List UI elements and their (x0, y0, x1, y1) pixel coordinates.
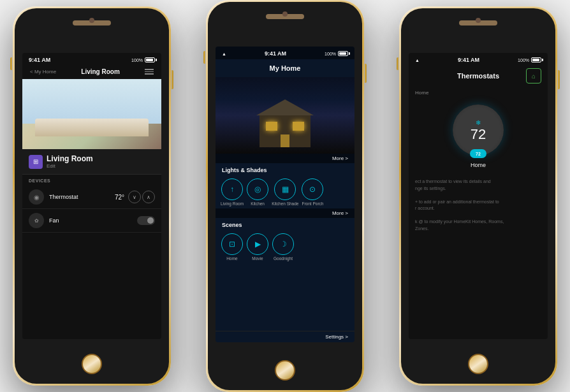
living-room-circle: ↑ (221, 178, 243, 200)
thermostat-up-btn[interactable]: ∧ (142, 191, 155, 203)
fan-icon-circle: ✿ (29, 213, 44, 228)
nav-title-left: Living Room (81, 68, 120, 75)
temp-display: 72 (471, 127, 486, 142)
phone-frame-left: 9:41 AM 100% < My Home Living Room (13, 6, 171, 386)
toggle-knob (147, 217, 154, 224)
room-icon: ⊞ (33, 158, 38, 165)
movie-scene-circle: ▶ (247, 233, 268, 255)
thermostat-icon: ◉ (29, 189, 44, 205)
thermostat-value: 72° (115, 194, 124, 201)
menu-button[interactable] (145, 69, 154, 75)
porch-label: Front Porch (302, 201, 323, 206)
status-bar-right: ▲ 9:41 AM 100% (409, 53, 548, 66)
info-line-6: Zones. (415, 226, 541, 233)
room-info-text: Living Room Edit (47, 154, 93, 169)
screen-left: 9:41 AM 100% < My Home Living Room (22, 53, 161, 339)
movie-scene-label: Movie (252, 256, 263, 261)
thermostat-down-btn[interactable]: ∨ (128, 191, 141, 203)
more-btn-2[interactable]: More > (216, 208, 354, 218)
house-body (259, 115, 311, 147)
screen-center: ▲ 9:41 AM 100% My Home (216, 47, 354, 342)
phone-frame-center: ▲ 9:41 AM 100% My Home (206, 0, 364, 392)
phone-right: ▲ 9:41 AM 100% Thermostats (399, 6, 557, 386)
room-edit-btn[interactable]: Edit (47, 163, 93, 169)
room-icon-box: ⊞ (29, 155, 43, 169)
home-nav-icon[interactable]: ⌂ (526, 68, 541, 83)
phone-inner-center: ▲ 9:41 AM 100% My Home (208, 2, 362, 390)
volume-button-right (397, 57, 398, 70)
room-image (22, 79, 161, 149)
nav-center: My Home (216, 59, 354, 77)
fan-name: Fan (49, 217, 137, 224)
shade-circle: ▦ (274, 178, 296, 200)
goodnight-scene-circle: ☽ (272, 233, 294, 255)
battery-fill-center (339, 52, 346, 55)
phone-left: 9:41 AM 100% < My Home Living Room (13, 6, 171, 386)
window-background (22, 79, 161, 124)
scenes-header: Scenes (216, 218, 354, 231)
home-scene-label: Home (226, 256, 237, 261)
thermostat-display[interactable]: ❄ 72 72 Home (415, 99, 541, 173)
thermostat-symbol: ◉ (34, 194, 40, 201)
battery-text-left: 100% (131, 58, 143, 62)
home-button-center[interactable] (275, 360, 295, 381)
thermostat-row: ◉ Thermostat 72° ∨ ∧ (22, 185, 161, 209)
window-right (293, 122, 304, 131)
porch-circle: ⊙ (302, 178, 323, 200)
battery-pct-right: 100% (518, 58, 529, 62)
battery-fill-right (532, 59, 539, 61)
phone-inner-left: 9:41 AM 100% < My Home Living Room (15, 8, 169, 384)
status-icons-right: 100% (518, 57, 541, 62)
scene-home[interactable]: ⊡ Home (221, 233, 244, 261)
wifi-icon-center: ▲ (222, 52, 226, 56)
battery-icon-left (145, 57, 155, 62)
lights-icons-row: ↑ Living Room ◎ Kitchen ▦ Kitchen Shade (216, 176, 354, 208)
house-shape (259, 115, 311, 147)
goodnight-scene-label: Goodnight (274, 256, 293, 261)
scene-icon-living[interactable]: ↑ Living Room (221, 178, 244, 206)
home-button-left[interactable] (82, 354, 102, 374)
status-icons-left: 100% (131, 57, 155, 62)
back-button[interactable]: < My Home (30, 69, 56, 75)
scene-goodnight[interactable]: ☽ Goodnight (272, 233, 295, 261)
status-bar-left: 9:41 AM 100% (22, 53, 161, 66)
menu-line-3 (145, 73, 154, 75)
screen-right: ▲ 9:41 AM 100% Thermostats (409, 53, 548, 339)
more-btn-1[interactable]: More > (216, 154, 354, 163)
room-info-bar: ⊞ Living Room Edit (22, 149, 161, 175)
sofa-shape (35, 119, 149, 136)
home-icon: ⌂ (532, 73, 536, 80)
info-line-1: ect a thermostat to view its details and (415, 178, 541, 185)
power-button-center (365, 64, 367, 83)
thermostat-circle: ❄ 72 72 (453, 105, 504, 156)
kitchen-label: Kitchen (251, 201, 265, 206)
scene: 9:41 AM 100% < My Home Living Room (0, 0, 570, 392)
status-icons-center: 100% (325, 51, 348, 56)
battery-icon-right (531, 57, 541, 62)
nav-right: Thermostats ⌂ (409, 66, 548, 87)
scene-icon-shade[interactable]: ▦ Kitchen Shade (272, 178, 298, 206)
volume-button-center (203, 51, 205, 64)
phone-frame-right: ▲ 9:41 AM 100% Thermostats (399, 6, 557, 386)
phone-inner-right: ▲ 9:41 AM 100% Thermostats (401, 8, 555, 384)
time-left: 9:41 AM (29, 57, 50, 63)
house-image (216, 77, 354, 154)
info-line-5: k @ to modify your HomeKit Homes, Rooms, (415, 219, 541, 226)
nav-title-right: Thermostats (457, 72, 499, 80)
settings-link[interactable]: Settings > (325, 334, 348, 340)
battery-fill-left (146, 59, 153, 61)
time-center: 9:41 AM (265, 50, 286, 57)
time-right: 9:41 AM (458, 57, 479, 63)
menu-line-1 (145, 69, 154, 70)
scene-icon-kitchen[interactable]: ◎ Kitchen (246, 178, 269, 206)
fan-row: ✿ Fan (22, 209, 161, 233)
info-line-3: + to add or pair an additional thermosta… (415, 199, 541, 206)
scene-icon-porch[interactable]: ⊙ Front Porch (301, 178, 324, 206)
fan-toggle[interactable] (137, 216, 155, 225)
home-button-right[interactable] (468, 354, 488, 374)
scene-movie[interactable]: ▶ Movie (246, 233, 269, 261)
info-line-4: r account. (415, 205, 541, 212)
snowflake-icon: ❄ (476, 119, 481, 126)
room-name: Living Room (47, 154, 93, 163)
volume-button-left (10, 57, 12, 70)
